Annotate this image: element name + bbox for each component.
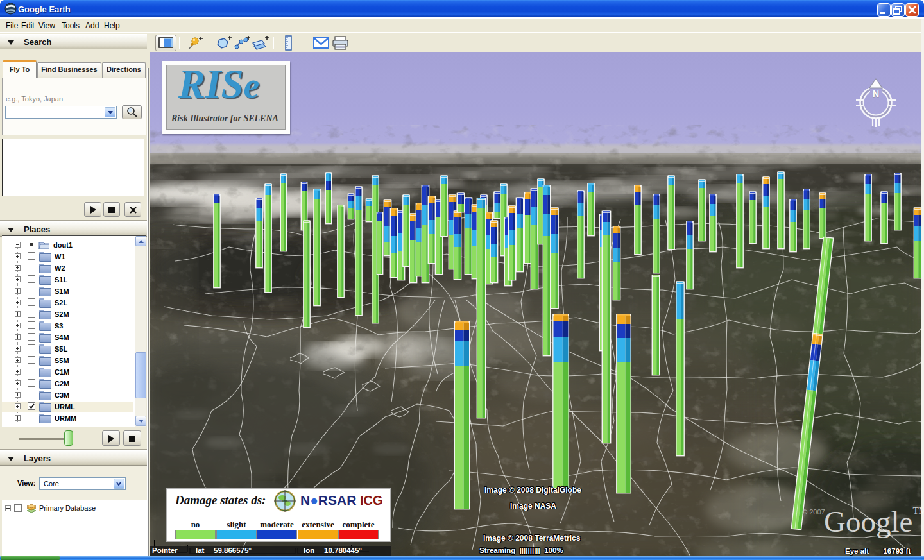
svg-text:intl: intl bbox=[282, 499, 287, 503]
svg-text:N: N bbox=[873, 89, 879, 99]
